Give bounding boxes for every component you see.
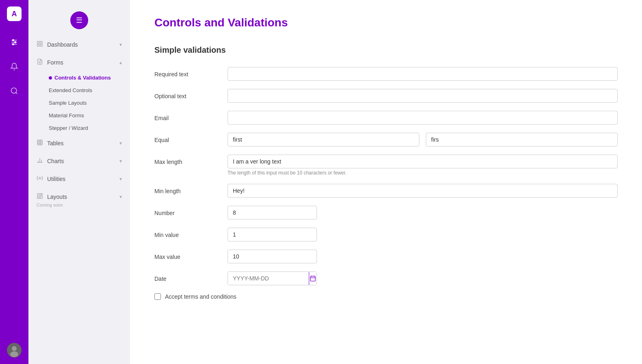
dashboards-label: Dashboards (47, 41, 115, 48)
min-length-input[interactable] (228, 184, 618, 198)
min-value-row: Min value (154, 228, 618, 241)
svg-point-9 (12, 346, 17, 351)
equal-input-2[interactable] (426, 133, 618, 146)
min-value-label: Min value (154, 228, 219, 238)
date-wrapper (228, 271, 317, 285)
min-value-input[interactable] (228, 228, 317, 241)
required-text-field (228, 67, 618, 81)
min-length-field (228, 184, 618, 198)
min-length-row: Min length (154, 184, 618, 198)
date-field (228, 271, 618, 285)
max-length-field: The length of this input must be 10 char… (228, 155, 618, 176)
max-value-input[interactable] (228, 250, 317, 263)
sidebar-item-extended-controls[interactable]: Extended Controls (49, 84, 130, 97)
svg-rect-17 (37, 140, 42, 145)
user-avatar[interactable] (7, 343, 22, 358)
email-input[interactable] (228, 111, 618, 125)
sidebar-item-controls-validations[interactable]: Controls & Validations (49, 71, 130, 84)
layouts-label: Layouts (47, 194, 115, 200)
max-value-field (228, 250, 618, 263)
equal-input-1[interactable] (228, 133, 419, 146)
svg-point-3 (13, 39, 14, 41)
tables-icon (37, 139, 43, 147)
section-title: Simple validations (154, 45, 618, 55)
date-row: Date (154, 271, 618, 285)
svg-point-6 (11, 88, 17, 93)
date-input[interactable] (228, 272, 309, 285)
utilities-icon (37, 175, 43, 183)
svg-point-26 (39, 177, 41, 179)
number-field (228, 206, 618, 220)
number-label: Number (154, 206, 219, 216)
terms-checkbox[interactable] (154, 293, 161, 300)
layouts-chevron: ▾ (119, 194, 122, 200)
forms-submenu: Controls & Validations Extended Controls… (28, 71, 130, 134)
optional-text-label: Optional text (154, 89, 219, 99)
page-title: Controls and Validations (154, 16, 618, 29)
equal-row: Equal (154, 133, 618, 146)
max-length-row: Max length The length of this input must… (154, 155, 618, 176)
email-label: Email (154, 111, 219, 121)
svg-line-7 (16, 93, 17, 94)
charts-chevron: ▾ (119, 158, 122, 164)
svg-rect-14 (40, 44, 42, 46)
optional-text-row: Optional text (154, 89, 618, 103)
number-input[interactable] (228, 206, 317, 220)
nav-icon-bell[interactable] (7, 59, 22, 74)
max-length-label: Max length (154, 155, 219, 165)
svg-rect-31 (310, 276, 315, 281)
svg-rect-13 (37, 44, 39, 46)
email-field (228, 111, 618, 125)
menu-toggle-button[interactable]: ☰ (70, 11, 88, 29)
forms-icon (37, 58, 43, 67)
main-content: Controls and Validations Simple validati… (130, 0, 642, 364)
layouts-icon (37, 193, 43, 201)
utilities-chevron: ▾ (119, 176, 122, 182)
max-length-error: The length of this input must be 10 char… (228, 170, 618, 176)
optional-text-field (228, 89, 618, 103)
number-row: Number (154, 206, 618, 220)
charts-icon (37, 157, 43, 165)
svg-rect-29 (40, 196, 42, 198)
date-label: Date (154, 271, 219, 282)
nav-icon-sliders[interactable] (7, 35, 22, 50)
svg-rect-12 (40, 41, 42, 43)
optional-text-input[interactable] (228, 89, 618, 103)
sidebar-item-dashboards[interactable]: Dashboards ▾ (28, 36, 130, 54)
sidebar-item-charts[interactable]: Charts ▾ (28, 152, 130, 170)
dashboards-icon (37, 41, 43, 49)
icon-bar: A (0, 0, 28, 364)
sidebar-item-stepper-wizard[interactable]: Stepper / Wizard (49, 122, 130, 134)
svg-rect-30 (37, 197, 39, 198)
app-logo[interactable]: A (7, 6, 22, 21)
calendar-button[interactable] (309, 272, 317, 285)
tables-chevron: ▾ (119, 140, 122, 146)
dashboards-chevron: ▾ (119, 42, 122, 47)
sidebar-item-utilities[interactable]: Utilities ▾ (28, 170, 130, 188)
sidebar-item-sample-layouts[interactable]: Sample Layouts (49, 97, 130, 109)
sidebar: ☰ Dashboards ▾ Forms ▴ Controls & Valida… (28, 0, 130, 364)
nav-icon-search[interactable] (7, 84, 22, 98)
sidebar-item-tables[interactable]: Tables ▾ (28, 134, 130, 152)
required-text-input[interactable] (228, 67, 618, 81)
equal-label: Equal (154, 133, 219, 143)
svg-rect-11 (37, 41, 39, 43)
terms-label[interactable]: Accept terms and conditions (165, 293, 236, 300)
forms-label: Forms (47, 59, 115, 66)
min-length-label: Min length (154, 184, 219, 194)
svg-point-4 (15, 41, 16, 43)
utilities-label: Utilities (47, 176, 115, 182)
svg-point-10 (10, 351, 18, 357)
max-value-label: Max value (154, 250, 219, 260)
required-text-label: Required text (154, 67, 219, 78)
max-value-row: Max value (154, 250, 618, 263)
sidebar-item-forms[interactable]: Forms ▴ (28, 54, 130, 71)
required-text-row: Required text (154, 67, 618, 81)
sidebar-item-material-forms[interactable]: Material Forms (49, 109, 130, 122)
max-length-input[interactable] (228, 155, 618, 168)
tables-label: Tables (47, 140, 115, 146)
equal-fields (228, 133, 618, 146)
forms-chevron: ▴ (119, 60, 122, 65)
charts-label: Charts (47, 158, 115, 164)
svg-rect-27 (37, 194, 39, 196)
